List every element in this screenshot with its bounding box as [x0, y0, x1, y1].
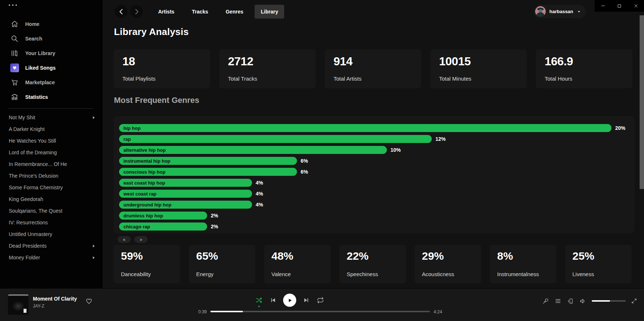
playlist-label: IV: Resurrections	[9, 220, 48, 225]
liked-songs-tile	[10, 63, 19, 72]
maximize-button[interactable]	[611, 0, 628, 12]
stat-card-total-minutes: 10015Total Minutes	[430, 49, 527, 88]
feature-card-valence: 48%Valence	[264, 245, 331, 283]
genre-bar[interactable]: underground hip hop	[119, 201, 252, 209]
sidebar-item-label: Your Library	[25, 50, 55, 56]
genre-bar-row: rap12%	[119, 134, 635, 144]
genre-bar-row: hip hop20%	[119, 123, 635, 134]
playlist-item-in-remembrance-of-he[interactable]: In Remembrance... Of He	[0, 158, 103, 170]
playlist-item-lord-of-the-dreaming[interactable]: Lord of the Dreaming	[0, 147, 103, 158]
playlist-label: He Watches You Still	[9, 138, 56, 144]
feature-card-energy: 65%Energy	[189, 245, 255, 283]
genre-bar-value: 6%	[301, 158, 308, 164]
next-button[interactable]	[303, 297, 310, 303]
player-bar: Moment Of Clarity JAY-Z	[0, 288, 644, 321]
genre-bar[interactable]: chicago rap	[119, 223, 207, 231]
cart-icon	[10, 78, 19, 87]
playlist-item-king-geedorah[interactable]: King Geedorah	[0, 193, 103, 205]
playlist-item-iv-resurrections[interactable]: IV: Resurrections	[0, 217, 103, 228]
genre-bar-value: 2%	[211, 224, 218, 229]
play-button[interactable]	[283, 294, 296, 307]
playlist-item-some-forma-chemistry[interactable]: Some Forma Chemistry	[0, 182, 103, 193]
sidebar-item-home[interactable]: Home	[0, 17, 103, 31]
queue-button[interactable]	[555, 298, 561, 305]
genre-bar[interactable]: alternative hip hop	[119, 146, 387, 154]
genre-bar-value: 4%	[256, 191, 263, 197]
playlist-item-he-watches-you-still[interactable]: He Watches You Still	[0, 135, 103, 147]
genre-bar-row: underground hip hop4%	[119, 199, 635, 210]
user-menu[interactable]: harbassan	[534, 5, 586, 18]
sidebar-item-statistics[interactable]: Statistics	[0, 90, 103, 104]
tab-tracks[interactable]: Tracks	[186, 5, 214, 19]
playlist-label: Untitled Unmastery	[9, 231, 52, 237]
tab-library[interactable]: Library	[255, 5, 284, 19]
page-title: Library Analysis	[114, 26, 189, 38]
feature-value: 8%	[497, 251, 549, 262]
forward-button[interactable]	[130, 5, 143, 18]
close-button[interactable]	[628, 0, 644, 12]
playlist-item-soulqarians-the-quest[interactable]: Soulqarians, The Quest	[0, 205, 103, 217]
sidebar-item-marketplace[interactable]: Marketplace	[0, 75, 103, 90]
shuffle-icon	[255, 297, 263, 304]
album-art[interactable]	[8, 294, 28, 315]
sidebar-item-search[interactable]: Search	[0, 31, 103, 46]
genre-bar[interactable]: rap	[119, 135, 432, 143]
previous-button[interactable]	[270, 297, 276, 303]
sidebar-item-your-library[interactable]: Your Library	[0, 46, 103, 61]
progress-fill	[210, 311, 243, 312]
feature-label: Speechiness	[347, 271, 399, 277]
chevron-right-icon	[91, 244, 96, 248]
genre-bar[interactable]: drumless hip hop	[119, 212, 207, 220]
playlist-item-money-folder[interactable]: Money Folder	[0, 252, 103, 263]
playlist-item-untitled-unmastery[interactable]: Untitled Unmastery	[0, 228, 103, 240]
progress-bar[interactable]	[210, 311, 430, 312]
volume-slider[interactable]	[592, 300, 626, 302]
stat-card-total-tracks: 2712Total Tracks	[219, 49, 316, 88]
playlist-item-dead-presidents[interactable]: Dead Presidents	[0, 240, 103, 252]
features-row: 59%Danceability65%Energy48%Valence22%Spe…	[114, 245, 632, 283]
playlist-item-the-prince-s-delusion[interactable]: The Prince's Delusion	[0, 170, 103, 182]
lyrics-button[interactable]	[542, 298, 549, 305]
shuffle-button[interactable]	[255, 297, 263, 304]
genre-bar-label: rap	[123, 136, 131, 142]
like-button[interactable]	[85, 298, 92, 305]
genre-bar-value: 6%	[301, 169, 308, 175]
chart-prev-button[interactable]: <	[118, 236, 131, 243]
chart-next-button[interactable]: >	[134, 236, 148, 243]
genre-bar[interactable]: west coast rap	[119, 190, 252, 198]
feature-label: Danceability	[121, 271, 173, 277]
fullscreen-button[interactable]	[631, 298, 637, 304]
library-icon	[10, 49, 19, 58]
genre-bar[interactable]: instrumental hip hop	[119, 157, 297, 165]
genre-bar[interactable]: conscious hip hop	[119, 168, 297, 176]
genre-bar-row: east coast hip hop4%	[119, 177, 635, 188]
devices-button[interactable]	[567, 298, 574, 305]
stat-value: 10015	[439, 55, 518, 67]
minimize-button[interactable]	[595, 0, 611, 12]
chevron-right-icon	[91, 115, 96, 120]
genre-bar[interactable]: east coast hip hop	[119, 179, 252, 187]
tab-genres[interactable]: Genres	[220, 5, 249, 19]
scrollbar[interactable]	[640, 15, 644, 189]
volume-button[interactable]	[579, 298, 586, 305]
menu-ellipsis-icon[interactable]	[8, 3, 18, 7]
liked-songs-icon	[10, 63, 19, 72]
sidebar-item-label: Statistics	[25, 94, 48, 100]
feature-value: 25%	[572, 251, 624, 262]
track-artist[interactable]: JAY-Z	[33, 303, 44, 309]
feature-card-acousticness: 29%Acousticness	[415, 245, 481, 283]
feature-label: Valence	[271, 271, 323, 277]
feature-value: 48%	[271, 251, 323, 262]
genre-bar-label: east coast hip hop	[123, 180, 165, 186]
track-title[interactable]: Moment Of Clarity	[33, 296, 77, 302]
feature-card-liveness: 25%Liveness	[565, 245, 632, 283]
back-button[interactable]	[115, 5, 127, 18]
playlist-item-not-my-shit[interactable]: Not My Shit	[0, 112, 103, 123]
chart-pagination: < >	[118, 236, 148, 243]
tab-artists[interactable]: Artists	[152, 5, 180, 19]
repeat-button[interactable]	[317, 297, 324, 304]
sidebar-item-liked-songs[interactable]: Liked Songs	[0, 61, 103, 75]
playlist-item-a-darker-knight[interactable]: A Darker Knight	[0, 123, 103, 135]
genre-bar[interactable]: hip hop	[119, 124, 611, 132]
stat-card-total-hours: 166.9Total Hours	[536, 49, 632, 88]
